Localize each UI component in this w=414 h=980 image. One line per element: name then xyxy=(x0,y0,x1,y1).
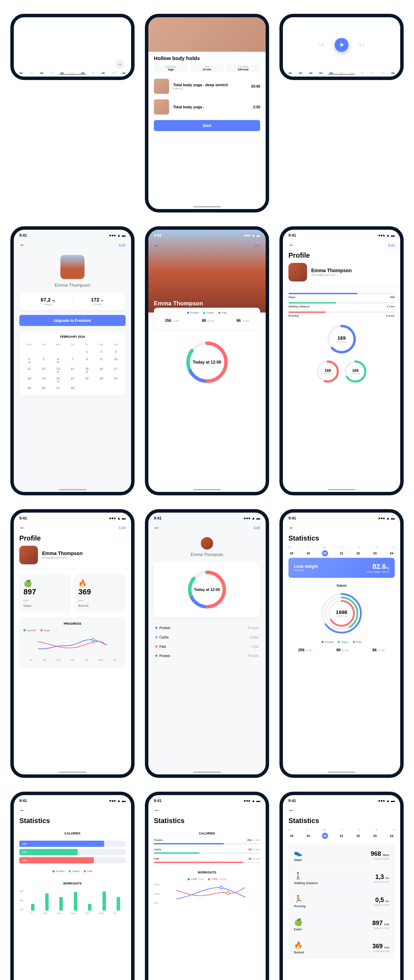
home-indicator xyxy=(59,489,86,490)
edit-link[interactable]: Edit xyxy=(119,243,126,247)
screen-player xyxy=(279,14,404,80)
back-button[interactable]: ← xyxy=(288,524,295,531)
workout-item[interactable]: Total body yoga - 2:50 xyxy=(148,97,266,117)
page-title: Profile xyxy=(14,535,131,546)
lose-weight-card[interactable]: Lose weightYour goal 82.6kgLatest weight… xyxy=(288,558,395,578)
screen-statistics-list: 9:41●●● ▲ ▬ ← Statistics MTWTFSS 1819202… xyxy=(279,792,404,980)
screen-profile-rings: 9:41●●● ▲ ▬ ←Edit Profile Emma Thompsone… xyxy=(279,226,404,495)
screen-profile-hero: 9:41●●● ▲ ▬ ← Edit Emma Thompson Protein… xyxy=(145,226,269,495)
shoe-icon: 👟 xyxy=(294,849,303,857)
fire-icon: 🔥 xyxy=(78,579,121,587)
upgrade-button[interactable]: Upgrade to Premium xyxy=(19,315,126,326)
screen-statistics-bars: 9:41●●● ▲ ▬ ← Statistics CALORIES 256 16… xyxy=(10,792,135,980)
user-name: Emma Thompson xyxy=(14,283,131,293)
back-button[interactable]: ← xyxy=(19,807,25,814)
next-arrow-button[interactable]: → xyxy=(115,60,124,69)
avatar xyxy=(288,263,307,282)
workout-item[interactable]: Total body yoga - deep stretchWalking 03… xyxy=(148,76,266,97)
edit-link[interactable]: Edit xyxy=(388,243,395,247)
stat-walking[interactable]: 🚶Walking Distance1,3 kmToday at 12:00 xyxy=(288,867,395,890)
edit-link[interactable]: Edit xyxy=(119,526,126,530)
avatar xyxy=(200,536,214,550)
page-title: Statistics xyxy=(14,817,131,828)
workout-thumbnail xyxy=(154,79,169,94)
page-title: Statistics xyxy=(283,535,400,546)
apple-icon: 🍏 xyxy=(294,918,303,926)
back-button[interactable]: ← xyxy=(19,242,25,249)
page-title: Profile xyxy=(283,251,400,263)
user-name: Emma Thompson xyxy=(154,300,203,307)
screen-profile-eaten-burned: 9:41●●● ▲ ▬ ←Edit Profile Emma Thompsone… xyxy=(10,509,135,778)
page-title: Statistics xyxy=(148,817,266,828)
home-indicator xyxy=(193,206,221,207)
stat-burned[interactable]: 🔥Burned369 kcalToday at 12:00 xyxy=(288,936,395,959)
play-button[interactable] xyxy=(334,38,349,52)
stat-eaten[interactable]: 🍏Eaten897 kcalToday at 12:00 xyxy=(288,913,395,936)
screen-statistics-lose-weight: 9:41●●● ▲ ▬ ← Statistics MTWTFSS 1819202… xyxy=(279,509,404,778)
svg-point-22 xyxy=(227,892,229,894)
back-button[interactable]: ← xyxy=(154,807,160,814)
apple-icon: 🍏 xyxy=(24,579,67,587)
workout-name: Hollow body holds xyxy=(154,55,260,61)
plan-today-chart xyxy=(161,883,260,904)
edit-link[interactable]: Edit xyxy=(253,243,260,248)
stat-running[interactable]: 🏃Running0,5 kmToday at 12:00 xyxy=(288,890,395,913)
walking-icon: 🚶 xyxy=(294,872,318,880)
back-button[interactable]: ← xyxy=(154,242,160,250)
progress-line-chart xyxy=(24,635,121,655)
start-button[interactable]: Start xyxy=(154,120,260,131)
back-button[interactable]: ← xyxy=(19,524,25,531)
play-icon xyxy=(341,43,344,47)
home-indicator xyxy=(193,489,221,490)
avatar xyxy=(61,255,84,279)
home-indicator xyxy=(59,74,86,75)
next-track-icon[interactable] xyxy=(359,42,364,48)
avatar xyxy=(19,546,38,564)
profile-hero: 9:41●●● ▲ ▬ ← Edit Emma Thompson xyxy=(148,230,266,312)
edit-link[interactable]: Edit xyxy=(253,526,260,530)
screen-workout-hollow: Hollow body holds INTENSITYhigh TIME15 m… xyxy=(145,14,269,213)
back-button[interactable]: ← xyxy=(288,242,295,249)
screen-statistics-progress-bars: 9:41●●● ▲ ▬ ← Statistics CALORIES Protei… xyxy=(145,792,269,980)
screen-dots-arrow: → xyxy=(10,14,135,80)
home-indicator xyxy=(328,74,355,75)
fire-icon: 🔥 xyxy=(294,941,304,949)
svg-point-10 xyxy=(92,638,94,641)
running-icon: 🏃 xyxy=(294,895,306,903)
workout-thumbnail xyxy=(154,99,169,115)
screen-profile-today-ring: 9:41●●● ▲ ▬ ←Edit Emma Thompson Today at… xyxy=(145,509,269,778)
status-icons: ●●● ▲ ▬ xyxy=(109,233,126,237)
prev-track-icon[interactable] xyxy=(319,42,324,48)
screen-profile-calendar: 9:41●●● ▲ ▬ ←Edit Emma Thompson 67,2 kgW… xyxy=(10,226,135,495)
back-button[interactable]: ← xyxy=(288,807,295,814)
back-button[interactable]: ← xyxy=(154,524,160,531)
svg-point-21 xyxy=(220,886,223,889)
stat-steps[interactable]: 👟Steps968 stepsToday at 12:00 xyxy=(288,844,395,867)
workout-hero-image xyxy=(148,17,266,52)
page-title: Statistics xyxy=(283,817,400,828)
workouts-bar-chart xyxy=(25,890,126,911)
home-indicator xyxy=(328,489,355,490)
